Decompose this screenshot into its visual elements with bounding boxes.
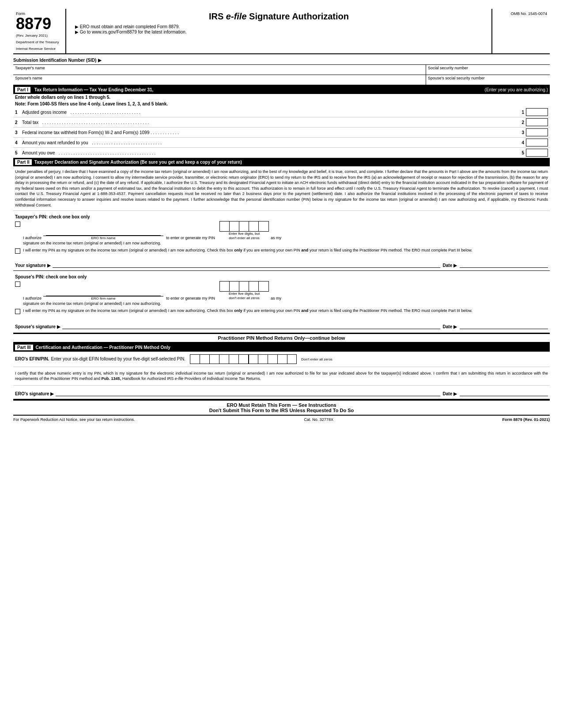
ssn-cell: Social security number <box>426 65 550 75</box>
cat-no: Cat. No. 32778X <box>304 417 333 422</box>
taxpayer-pin-title: Taxpayer's PIN: check one box only <box>15 214 548 219</box>
spouse-five-digit-boxes <box>219 281 269 292</box>
line-4-num: 4 <box>15 140 22 145</box>
line-4-label: Amount you want refunded to you . . . . … <box>22 140 521 145</box>
header-center: IRS e-file Signature Authorization ▶ ERO… <box>66 9 492 53</box>
line-3-box[interactable] <box>526 128 548 136</box>
line-3-box-num: 3 <box>521 130 524 135</box>
line-5-box[interactable] <box>526 149 548 157</box>
spouse-signature-row: Spouse's signature ▶ Date ▶ <box>13 318 550 334</box>
instruction1: ▶ ERO must obtain and retain completed F… <box>75 24 483 29</box>
part2-box: Part II <box>15 159 32 165</box>
spouse-checkbox2-bold2: and <box>301 308 308 313</box>
spouse-pin-box-5[interactable] <box>259 281 268 291</box>
line-5-num: 5 <box>15 150 22 155</box>
part1-box: Part I <box>15 87 30 93</box>
efin-box-8[interactable] <box>258 354 268 364</box>
spouse-ero-name-container: ERO firm name <box>43 296 163 300</box>
efin-box-6[interactable] <box>238 354 248 364</box>
omb-number: OMB No. 1545-0074 <box>492 9 550 53</box>
form-number-box: Form 8879 (Rev. January 2021) Department… <box>13 9 66 53</box>
spouse-checkbox2[interactable] <box>15 309 20 314</box>
line-2-box[interactable] <box>526 118 548 126</box>
line-5-box-num: 5 <box>521 150 524 155</box>
spouse-ero-name-label: ERO firm name <box>43 296 163 300</box>
spouse-pin-box-4[interactable] <box>249 281 259 291</box>
form-ref: Form 8879 (Rev. 01-2021) <box>503 417 550 422</box>
spouse-as-my-text: as my <box>271 296 281 300</box>
spouse-pin-box-2[interactable] <box>230 281 239 291</box>
retain-line1: ERO Must Retain This Form — See Instruct… <box>15 402 548 408</box>
efin-box-11[interactable] <box>287 354 297 364</box>
spouse-sig-label: Spouse's signature ▶ <box>15 324 60 329</box>
checkbox2-text2: if you are entering your own PIN <box>243 248 301 252</box>
pin-box-3[interactable] <box>239 221 249 231</box>
spouse-enter-five-text: Enter five digits, but <box>229 292 260 296</box>
dont-enter-zeros-text: don't enter all zeros <box>229 236 260 240</box>
spouse-sig-line[interactable] <box>62 321 440 329</box>
efin-box-3[interactable] <box>209 354 219 364</box>
efin-box-4[interactable] <box>219 354 229 364</box>
spouse-to-enter-label: to enter or generate my PIN <box>166 296 215 300</box>
line-1-num: 1 <box>15 110 22 115</box>
efin-box-5[interactable] <box>229 354 238 364</box>
spouse-date-line[interactable] <box>460 321 548 329</box>
taxpayer-checkbox2-text: I will enter my PIN as my signature on t… <box>23 248 548 252</box>
efin-input-boxes <box>190 354 297 364</box>
sid-row: Submission Identification Number (SID) ▶ <box>13 56 550 65</box>
form-note: Note: Form 1040-SS filers use line 4 onl… <box>13 101 550 107</box>
instruction2: ▶ Go to www.irs.gov/Form8879 for the lat… <box>75 30 483 34</box>
spouse-five-digit-boxes-container: Enter five digits, but don't enter all z… <box>219 281 269 300</box>
ero-sig-line[interactable] <box>56 388 440 396</box>
efin-label: ERO's EFIN/PIN. <box>15 356 49 361</box>
line-2-label: Total tax . . . . . . . . . . . . . . . … <box>22 120 521 125</box>
pin-box-1[interactable] <box>220 221 230 231</box>
spouse-pin-box-3[interactable] <box>239 281 249 291</box>
pin-box-5[interactable] <box>259 221 268 231</box>
spouse-checkbox1[interactable] <box>15 281 20 287</box>
bottom-row: For Paperwork Reduction Act Notice, see … <box>13 415 550 424</box>
line-1-box[interactable] <box>526 108 548 116</box>
spouse-pin-box-1[interactable] <box>220 281 230 291</box>
five-digit-boxes <box>219 221 269 232</box>
spouse-checkbox2-text2: if you are entering your own PIN <box>243 308 301 313</box>
taxpayer-checkbox2[interactable] <box>15 248 20 254</box>
practitioner-banner: Practitioner PIN Method Returns Only—con… <box>13 334 550 342</box>
efin-box-10[interactable] <box>277 354 287 364</box>
ero-signature-row: ERO's signature ▶ Date ▶ <box>13 386 550 400</box>
as-my-text: as my <box>271 236 281 240</box>
dont-enter-all-zeros-note: Don't enter all zeros <box>301 356 333 361</box>
form-number: 8879 <box>16 15 51 33</box>
efin-box-7[interactable] <box>248 354 258 364</box>
your-date-line[interactable] <box>460 260 548 268</box>
sid-label: Submission Identification Number (SID) <box>13 58 96 63</box>
line-4-box[interactable] <box>526 139 548 146</box>
ero-name-container: ERO firm name <box>43 235 163 240</box>
your-sig-line[interactable] <box>53 260 440 268</box>
spouse-sig-on-return: signature on the income tax return (orig… <box>23 301 548 306</box>
spouse-name-cell: Spouse's name <box>13 75 426 85</box>
sig-on-return: signature on the income tax return (orig… <box>23 241 548 245</box>
part2-header-row: Part II Taxpayer Declaration and Signatu… <box>13 158 550 166</box>
five-digit-boxes-container: Enter five digits, but don't enter all z… <box>219 221 269 240</box>
spouse-pin-title: Spouse's PIN: check one box only <box>15 274 548 279</box>
ssn-label: Social security number <box>428 66 468 70</box>
note-bold: Note: <box>15 101 26 106</box>
form-rev: (Rev. January 2021) <box>16 34 60 38</box>
line-1-box-num: 1 <box>521 110 524 115</box>
pin-box-2[interactable] <box>230 221 239 231</box>
taxpayer-checkbox1[interactable] <box>15 221 20 227</box>
efin-box-1[interactable] <box>190 354 200 364</box>
line-2-row: 2 Total tax . . . . . . . . . . . . . . … <box>13 117 550 128</box>
efin-box-9[interactable] <box>268 354 277 364</box>
part3-box: Part III <box>15 345 33 350</box>
part1-title: Tax Return Information — Tax Year Ending… <box>34 87 154 92</box>
part1-right: (Enter year you are authorizing.) <box>485 87 548 92</box>
efin-box-2[interactable] <box>200 354 209 364</box>
i-authorize-label: I authorize <box>23 236 42 240</box>
taxpayer-pin-row2: I will enter my PIN as my signature on t… <box>15 248 548 254</box>
ero-date-line[interactable] <box>460 388 548 396</box>
pin-box-4[interactable] <box>249 221 259 231</box>
enter-five-text: Enter five digits, but <box>229 232 260 236</box>
spouse-enter-five-note: Enter five digits, but don't enter all z… <box>229 292 260 300</box>
